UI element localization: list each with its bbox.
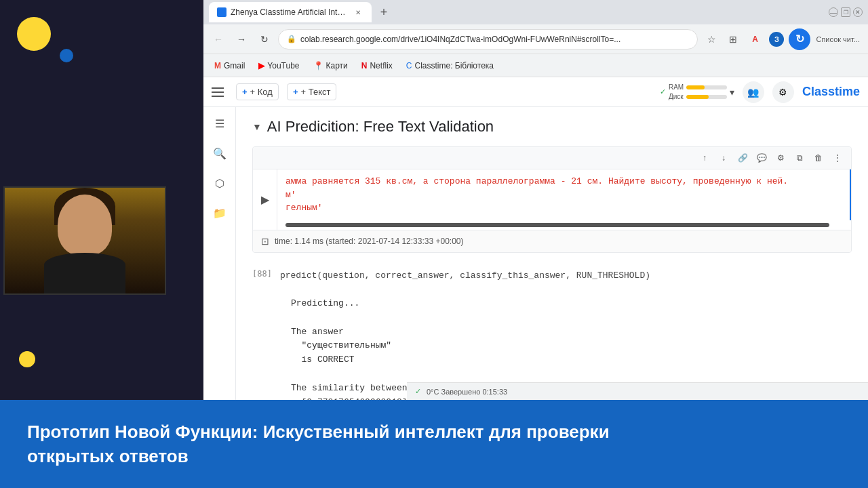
status-check-icon: ✓ xyxy=(415,387,421,396)
cell-1-output: ⊡ time: 1.14 ms (started: 2021-07-14 12:… xyxy=(253,230,851,252)
lock-icon: 🔒 xyxy=(287,35,296,43)
sidebar-icon-menu[interactable]: ☰ xyxy=(209,113,231,134)
reload-button[interactable]: ↻ xyxy=(255,30,274,49)
back-button[interactable]: ← xyxy=(209,30,228,49)
decoration-dot-blue xyxy=(60,49,73,62)
cell-tool-up[interactable]: ↑ xyxy=(696,150,713,166)
forward-button[interactable]: → xyxy=(232,30,251,49)
tab-close-button[interactable]: ✕ xyxy=(353,7,363,18)
ram-disk-widget: RAM Диск xyxy=(669,83,727,100)
cell-tool-settings[interactable]: ⚙ xyxy=(772,150,789,166)
classtime-logo-text: Classtime xyxy=(802,85,860,99)
cell-tool-more[interactable]: ⋮ xyxy=(829,150,846,166)
bookmarks-star-icon[interactable]: ☆ xyxy=(702,30,721,49)
menu-line-3 xyxy=(212,96,224,97)
close-button[interactable]: ✕ xyxy=(853,7,863,17)
cell-toolbar-1: ↑ ↓ 🔗 💬 ⚙ ⧉ 🗑 ⋮ xyxy=(253,147,851,169)
cell-tool-link[interactable]: 🔗 xyxy=(734,150,751,166)
restore-button[interactable]: ❐ xyxy=(841,7,850,17)
tab-strip: Zhenya Classtime Artificial Intelli... ✕… xyxy=(209,2,823,22)
title-bar: Zhenya Classtime Artificial Intelli... ✕… xyxy=(203,0,868,24)
colab-toolbar: + + Код + + Текст ✓ RAM Диск xyxy=(203,77,868,107)
adblocker-icon[interactable]: A xyxy=(745,30,764,49)
new-tab-button[interactable]: + xyxy=(374,3,393,22)
navigation-bar: ← → ↻ 🔒 colab.research.google.com/drive/… xyxy=(203,24,868,54)
webcam-frame xyxy=(3,186,166,295)
cell-tool-down[interactable]: ↓ xyxy=(715,150,732,166)
cell-1-output-text: time: 1.14 ms (started: 2021-07-14 12:33… xyxy=(275,237,464,246)
colab-menu-icon[interactable] xyxy=(212,84,228,100)
ram-row: RAM xyxy=(669,83,727,91)
ram-label: RAM xyxy=(669,83,684,91)
webcam-person xyxy=(5,188,165,293)
disk-label: Диск xyxy=(669,93,684,100)
cell-1-content: ▶ амма равняется 315 кв.см, а сторона па… xyxy=(253,169,851,230)
classtime-logo: Classtime xyxy=(802,85,860,99)
bookmark-netflix[interactable]: N Netflix xyxy=(356,58,398,73)
bottom-banner: Прототип Новой Функции: Искуственный инт… xyxy=(0,400,868,488)
sidebar-icon-files[interactable]: 📁 xyxy=(209,202,231,224)
reading-list-icon[interactable]: Список чит... xyxy=(813,30,863,49)
notebook-title-row: ▼ AI Predicition: Free Text Validation xyxy=(252,118,852,136)
active-tab[interactable]: Zhenya Classtime Artificial Intelli... ✕ xyxy=(209,2,372,22)
bookmark-youtube[interactable]: ▶ YouTube xyxy=(253,58,304,73)
cell-scrollbar[interactable] xyxy=(285,223,829,227)
profile-icon[interactable]: З xyxy=(767,30,786,49)
add-code-button[interactable]: + + Код xyxy=(236,83,279,100)
sidebar-icon-search[interactable]: 🔍 xyxy=(209,142,231,164)
output-icon[interactable]: ⊡ xyxy=(261,236,269,247)
banner-text: Прототип Новой Функции: Искуственный инт… xyxy=(27,420,841,469)
add-code-plus-icon: + xyxy=(242,87,248,97)
bookmarks-bar: M Gmail ▶ YouTube 📍 Карти N Netflix C Cl… xyxy=(203,54,868,77)
ram-bar-container xyxy=(686,85,727,89)
left-panel xyxy=(0,0,203,400)
code-cell-1: ↑ ↓ 🔗 💬 ⚙ ⧉ 🗑 ⋮ ▶ амма равняется 315 кв.… xyxy=(252,146,852,253)
status-bar: ✓ 0°C Завершено 0:15:33 ✕ xyxy=(407,382,868,400)
bookmark-gmail[interactable]: M Gmail xyxy=(209,58,250,73)
disk-row: Диск xyxy=(669,93,727,100)
settings-button[interactable]: ⚙ xyxy=(772,81,794,103)
decoration-dot-yellow xyxy=(17,17,51,51)
banner-line-2: открытых ответов xyxy=(27,444,841,468)
person-body xyxy=(44,253,125,293)
banner-line-1: Прототип Новой Функции: Искуственный инт… xyxy=(27,420,841,444)
add-text-button[interactable]: + + Текст xyxy=(287,83,337,100)
status-text: 0°C Завершено 0:15:33 xyxy=(427,388,507,396)
notebook-title: AI Predicition: Free Text Validation xyxy=(267,118,494,136)
tab-label: Zhenya Classtime Artificial Intelli... xyxy=(231,7,349,17)
cell-2-code-line: predict(question, correct_answer, classi… xyxy=(280,269,751,283)
extensions-icon[interactable]: ⊞ xyxy=(724,30,743,49)
cell-tool-copy[interactable]: ⧉ xyxy=(791,150,808,166)
collapse-arrow[interactable]: ▼ xyxy=(252,121,262,132)
disk-bar-container xyxy=(686,95,727,99)
window-controls: — ❐ ✕ xyxy=(829,7,863,17)
person-face xyxy=(58,195,112,256)
classtime-refresh-icon[interactable]: ↻ xyxy=(789,28,810,50)
tab-favicon xyxy=(217,7,226,17)
add-code-label: + Код xyxy=(250,87,273,97)
bookmark-classtime[interactable]: C Classtime: Бібліотека xyxy=(401,58,499,73)
cell-tool-delete[interactable]: 🗑 xyxy=(810,150,827,166)
disk-bar-fill xyxy=(686,95,709,99)
menu-line-2 xyxy=(212,92,224,93)
ram-bar-fill xyxy=(686,85,705,89)
add-text-label: + Текст xyxy=(301,87,331,97)
minimize-button[interactable]: — xyxy=(829,7,838,17)
sidebar-icon-code[interactable]: ⬡ xyxy=(209,172,231,194)
address-bar[interactable]: 🔒 colab.research.google.com/drive/1iO4IN… xyxy=(278,29,698,49)
add-text-plus-icon: + xyxy=(293,87,298,97)
address-text: colab.research.google.com/drive/1iO4INqZ… xyxy=(300,35,689,44)
menu-line-1 xyxy=(212,87,224,89)
resource-widget[interactable]: ✓ RAM Диск ▾ xyxy=(660,83,734,100)
share-button[interactable]: 👥 xyxy=(743,81,764,103)
cell-tool-comment[interactable]: 💬 xyxy=(753,150,770,166)
bookmark-maps[interactable]: 📍 Карти xyxy=(308,58,353,73)
decoration-dot-yellow-small xyxy=(19,351,35,367)
cell-1-code: амма равняется 315 кв.см, а сторона пара… xyxy=(277,169,851,220)
cell-2-number: [88] xyxy=(252,269,272,279)
nav-right-icons: ☆ ⊞ A З ↻ Список чит... xyxy=(702,28,863,50)
cell-run-button-1[interactable]: ▶ xyxy=(253,169,277,230)
